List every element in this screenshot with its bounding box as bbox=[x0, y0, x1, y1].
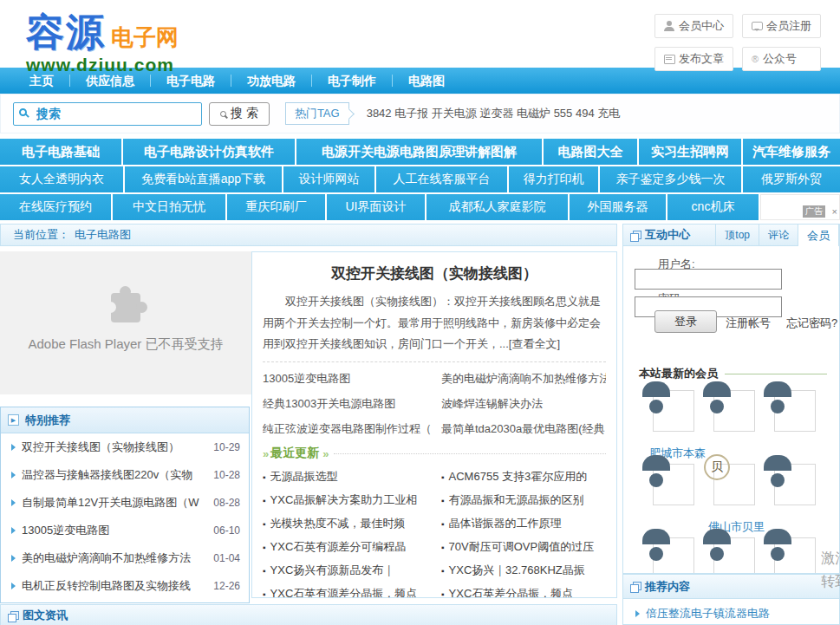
recent-item[interactable]: 光模块热度不减，最佳时频 bbox=[263, 511, 441, 535]
ad-link[interactable]: 中文日拍无忧 bbox=[113, 194, 225, 220]
logo-accent-text: 电子网 bbox=[111, 24, 179, 50]
ad-link[interactable]: 汽车维修服务 bbox=[743, 139, 840, 165]
arrow-bullet-icon bbox=[11, 472, 16, 479]
arrow-bullet-icon bbox=[11, 583, 16, 589]
member-center-button[interactable]: 会员中心 bbox=[654, 14, 733, 38]
recent-item[interactable]: YXC石英差分晶振，频点 bbox=[441, 582, 606, 598]
ad-link[interactable]: 外国服务器 bbox=[570, 194, 666, 220]
arrow-bullet-icon bbox=[11, 555, 16, 562]
arrow-bullet-icon bbox=[11, 527, 16, 534]
item-link[interactable]: 温控器与接触器接线图220v（实物 bbox=[22, 467, 208, 483]
username-field[interactable] bbox=[635, 269, 782, 290]
tab-members[interactable]: 会员 bbox=[798, 224, 839, 247]
tab-top[interactable]: 顶top bbox=[715, 224, 759, 246]
ad-link[interactable]: 实习生招聘网 bbox=[639, 139, 741, 165]
register-link[interactable]: 注册帐号 bbox=[726, 316, 771, 331]
site-logo[interactable]: 容源电子网 www.dziuu.com bbox=[26, 7, 179, 75]
arrow-bullet-icon bbox=[11, 444, 16, 451]
recent-item[interactable]: YXC扬兴有源新品发布｜ bbox=[263, 558, 441, 582]
recommend-content-title: 推荐内容 bbox=[645, 579, 690, 595]
item-link[interactable]: 13005逆变电路图 bbox=[22, 523, 208, 538]
ad-link[interactable]: 俄罗斯外贸 bbox=[743, 166, 840, 192]
recent-item[interactable]: 无源晶振选型 bbox=[263, 465, 441, 488]
recent-item[interactable]: YXC石英有源差分可编程晶 bbox=[263, 535, 441, 558]
forgot-password-link[interactable]: 忘记密码? bbox=[786, 316, 837, 331]
member-avatar[interactable] bbox=[713, 537, 755, 574]
arrow-bullet-icon bbox=[11, 499, 16, 506]
recent-item[interactable]: YXC扬兴｜32.768KHZ晶振 bbox=[441, 558, 606, 582]
hot-link[interactable]: 纯正弦波逆变器电路图制作过程（ bbox=[263, 416, 441, 441]
ad-link[interactable]: 重庆印刷厂 bbox=[227, 194, 325, 220]
ad-link[interactable]: 得力打印机 bbox=[509, 166, 598, 192]
member-avatar[interactable] bbox=[774, 390, 816, 432]
article-title[interactable]: 双控开关接线图（实物接线图） bbox=[263, 264, 606, 283]
article-excerpt: 双控开关接线图（实物接线图）：双控开关接线图顾名思义就是用两个开关去控制一个灯。… bbox=[263, 291, 606, 355]
nav-item-circuit-diagram[interactable]: 电路图 bbox=[393, 68, 460, 94]
nav-item-electronic-making[interactable]: 电子制作 bbox=[312, 68, 392, 94]
breadcrumb-label: 当前位置： bbox=[13, 227, 69, 243]
ad-label: 广告 bbox=[803, 205, 825, 218]
ad-link[interactable]: 电源开关电源电路图原理讲解图解 bbox=[296, 139, 542, 165]
list-item: 双控开关接线图（实物接线图）10-29 bbox=[1, 433, 249, 461]
ad-link[interactable]: 女人全透明内衣 bbox=[0, 166, 123, 192]
recent-item[interactable]: YXC石英有源差分晶振，频点 bbox=[263, 582, 441, 598]
hot-tags-text[interactable]: 3842 电子报 开关电源 逆变器 电磁炉 555 494 充电 bbox=[367, 106, 621, 121]
dashed-divider bbox=[263, 361, 606, 362]
member-avatar[interactable] bbox=[774, 537, 816, 574]
ad-link[interactable]: UI界面设计 bbox=[327, 194, 425, 220]
member-avatar[interactable] bbox=[713, 390, 755, 432]
document-icon bbox=[664, 54, 674, 64]
hot-link[interactable]: 波峰焊连锡解决办法 bbox=[441, 391, 606, 416]
search-button[interactable]: 搜 索 bbox=[209, 102, 270, 126]
ad-link[interactable]: 电子电路基础 bbox=[0, 139, 121, 165]
user-icon bbox=[664, 21, 674, 31]
member-avatar-logo[interactable]: 贝 bbox=[713, 464, 755, 505]
recent-item[interactable]: 晶体谐振器的工作原理 bbox=[441, 511, 606, 535]
member-register-button[interactable]: 会员注册 bbox=[742, 14, 821, 38]
member-avatar[interactable] bbox=[774, 464, 816, 505]
ad-link[interactable]: cnc机床 bbox=[667, 194, 759, 220]
recent-item[interactable]: 有源晶振和无源晶振的区别 bbox=[441, 488, 606, 511]
recent-item[interactable]: ACM6755 支持3霍尔应用的 bbox=[441, 465, 606, 488]
recent-item[interactable]: 70V耐压可调OVP阈值的过压 bbox=[441, 535, 606, 558]
ad-link[interactable]: 亲子鉴定多少钱一次 bbox=[600, 166, 741, 192]
login-button[interactable]: 登录 bbox=[654, 310, 717, 333]
hot-link[interactable]: 经典13003开关电源电路图 bbox=[263, 391, 441, 416]
item-link[interactable]: 美的电磁炉滴滴响不加热维修方法 bbox=[22, 550, 208, 566]
interactive-tabs: 顶top 评论 会员 bbox=[715, 224, 839, 246]
member-avatar[interactable] bbox=[653, 537, 694, 574]
special-recommend-title: 特别推荐 bbox=[25, 413, 70, 428]
tab-comments[interactable]: 评论 bbox=[759, 224, 798, 246]
ad-link[interactable]: 电子电路设计仿真软件 bbox=[123, 139, 295, 165]
recent-item[interactable]: YXC晶振解决方案助力工业相 bbox=[263, 488, 441, 511]
hot-link[interactable]: 最简单tda2030a最优电路图(经典 bbox=[441, 416, 606, 441]
ad-link[interactable]: 在线医疗预约 bbox=[0, 194, 111, 220]
list-item: 自制最简单12V开关电源电路图（W08-28 bbox=[1, 489, 249, 517]
logo-domain-text: www.dziuu.com bbox=[26, 55, 179, 75]
hot-link[interactable]: 13005逆变电路图 bbox=[263, 366, 441, 391]
item-date: 10-29 bbox=[213, 441, 240, 453]
item-date: 01-04 bbox=[213, 552, 240, 564]
ad-link[interactable]: 人工在线客服平台 bbox=[376, 166, 507, 192]
nav-item-amplifier-circuits[interactable]: 功放电路 bbox=[231, 68, 311, 94]
read-more-link[interactable]: [查看全文] bbox=[509, 337, 560, 350]
recommend-item[interactable]: 倍压整流电子镇流器电路 bbox=[623, 599, 839, 622]
item-link[interactable]: 双控开关接线图（实物接线图） bbox=[22, 439, 208, 455]
breadcrumb-current[interactable]: 电子电路图 bbox=[75, 227, 131, 243]
ad-banner-box[interactable]: 广告 × bbox=[760, 194, 840, 220]
hot-link[interactable]: 美的电磁炉滴滴响不加热维修方法 bbox=[441, 366, 606, 391]
member-center-label: 会员中心 bbox=[679, 18, 724, 34]
publish-article-button[interactable]: 发布文章 bbox=[654, 47, 733, 71]
item-link[interactable]: 电机正反转控制电路图及实物接线 bbox=[22, 578, 208, 594]
topbar-quick-links: 会员中心 会员注册 发布文章 ® 公众号 bbox=[654, 14, 821, 71]
item-link[interactable]: 自制最简单12V开关电源电路图（W bbox=[22, 495, 208, 511]
ad-close-icon[interactable]: × bbox=[832, 205, 837, 218]
ad-link[interactable]: 免费看b站直播app下载 bbox=[125, 166, 282, 192]
member-avatar[interactable] bbox=[653, 464, 694, 505]
ad-link[interactable]: 成都私人家庭影院 bbox=[427, 194, 568, 220]
official-account-button[interactable]: ® 公众号 bbox=[742, 47, 821, 71]
member-avatar[interactable] bbox=[653, 390, 694, 432]
search-input[interactable] bbox=[13, 102, 202, 126]
ad-link[interactable]: 电路图大全 bbox=[544, 139, 637, 165]
ad-link[interactable]: 设计师网站 bbox=[283, 166, 374, 192]
